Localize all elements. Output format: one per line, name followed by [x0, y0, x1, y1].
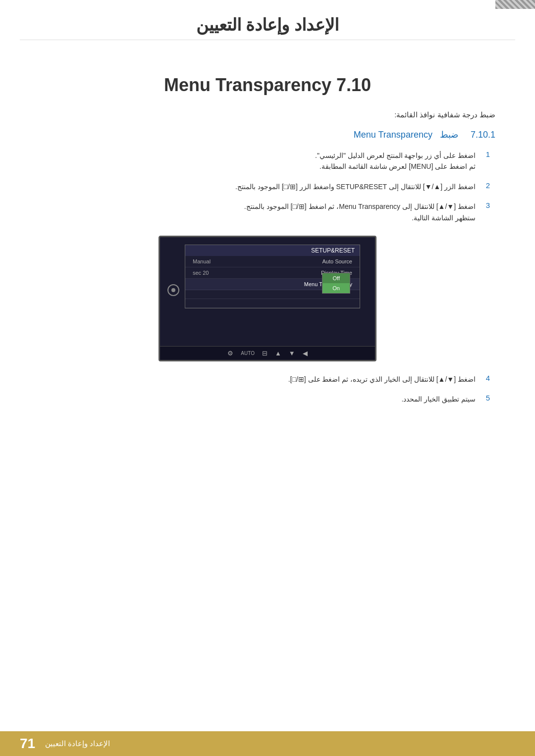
- step-5-number: 5: [476, 394, 495, 402]
- icon-up: ▲: [275, 350, 281, 357]
- step-3: 3 اضغط [▼/▲] للانتقال إلى Menu Transpare…: [40, 201, 495, 223]
- step-3-text: اضغط [▼/▲] للانتقال إلى Menu Transparenc…: [40, 201, 476, 223]
- osd-row-blank-2: [185, 299, 360, 308]
- osd-row-auto-source: Auto Source Manual: [185, 256, 360, 267]
- steps-after-container: 4 اضغط [▼/▲] للانتقال إلى الخيار الذي تر…: [40, 374, 495, 405]
- circle-indicator: [167, 284, 179, 296]
- osd-iconbar: ◀ ▼ ▲ ⊟ AUTO ⚙: [160, 346, 375, 360]
- step-4-number: 4: [476, 374, 495, 382]
- footer-label: الإعداد وإعادة التعيين: [45, 739, 110, 748]
- step-4-text: اضغط [▼/▲] للانتقال إلى الخيار الذي تريد…: [40, 374, 476, 385]
- page-header: الإعداد وإعادة التعيين: [20, 0, 515, 40]
- main-content: Menu Transparency 7.10 ضبط درجة شفافية ن…: [0, 40, 535, 454]
- dropdown-item-on: On: [322, 283, 350, 293]
- step-2-text: اضغط الزر [▲/▼] للانتقال إلى SETUP&RESET…: [40, 181, 476, 192]
- step-1: 1 اضغط على أي زر بواجهة المنتج لعرض الدل…: [40, 150, 495, 172]
- subsection-number: 7.10.1: [471, 130, 495, 140]
- screenshot-container: SETUP&RESET Auto Source Manual Display T…: [40, 236, 495, 361]
- icon-power: ⚙: [227, 350, 233, 357]
- step-1-text: اضغط على أي زر بواجهة المنتج لعرض الدليل…: [40, 150, 476, 172]
- monitor-screen: SETUP&RESET Auto Source Manual Display T…: [160, 237, 375, 346]
- icon-enter: ⊟: [262, 350, 268, 357]
- footer-page-number: 71: [20, 736, 35, 752]
- subtitle: ضبط درجة شفافية نوافذ القائمة:: [40, 110, 495, 119]
- subsection-heading: 7.10.1 ضبط Menu Transparency: [40, 129, 495, 140]
- icon-auto: AUTO: [241, 351, 255, 356]
- step-1-number: 1: [476, 150, 495, 158]
- subsection-label: ضبط: [440, 130, 458, 140]
- osd-title: SETUP&RESET: [185, 245, 360, 256]
- icon-menu: ▼: [289, 350, 295, 357]
- step-3-number: 3: [476, 201, 495, 209]
- osd-value-display-time: 20 sec: [193, 270, 209, 276]
- step-4: 4 اضغط [▼/▲] للانتقال إلى الخيار الذي تر…: [40, 374, 495, 385]
- subsection-name: Menu Transparency: [354, 130, 432, 140]
- step-5: 5 سيتم تطبيق الخيار المحدد.: [40, 394, 495, 404]
- section-heading: Menu Transparency 7.10: [40, 75, 495, 96]
- step-5-text: سيتم تطبيق الخيار المحدد.: [40, 394, 476, 404]
- osd-value-auto-source: Manual: [193, 258, 211, 264]
- osd-dropdown: Off On: [322, 273, 350, 294]
- monitor-mockup: SETUP&RESET Auto Source Manual Display T…: [159, 236, 376, 361]
- icon-left: ◀: [303, 350, 308, 357]
- page-title: الإعداد وإعادة التعيين: [20, 15, 515, 35]
- osd-label-auto-source: Auto Source: [322, 258, 352, 264]
- dropdown-item-off: Off: [322, 273, 350, 283]
- step-2-number: 2: [476, 181, 495, 190]
- step-2: 2 اضغط الزر [▲/▼] للانتقال إلى SETUP&RES…: [40, 181, 495, 192]
- page-footer: الإعداد وإعادة التعيين 71: [0, 731, 535, 756]
- circle-inner: [171, 288, 175, 292]
- top-decorative-strip: [495, 0, 535, 9]
- steps-container: 1 اضغط على أي زر بواجهة المنتج لعرض الدل…: [40, 150, 495, 223]
